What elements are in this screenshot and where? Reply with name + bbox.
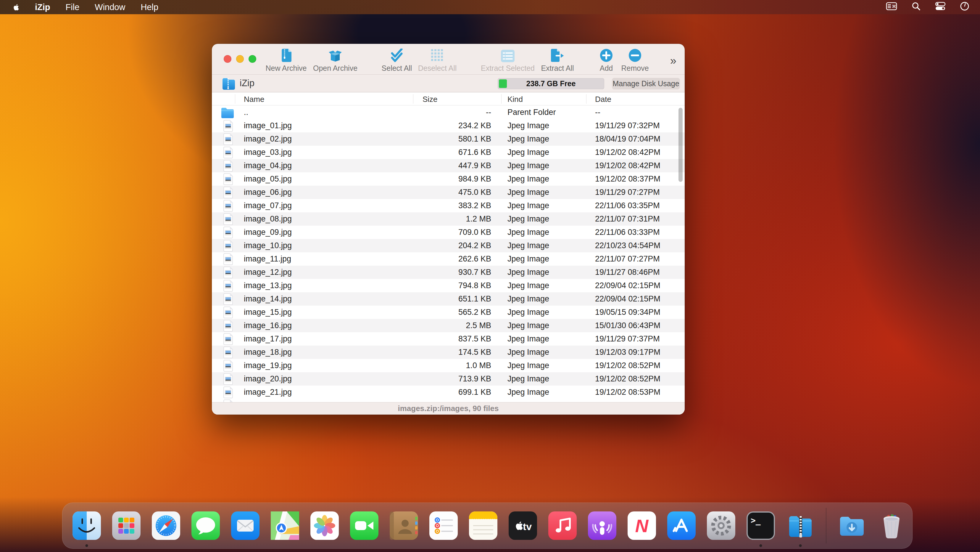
cell-kind: Jpeg Image bbox=[508, 146, 549, 159]
menu-app-name[interactable]: iZip bbox=[35, 2, 50, 12]
new-archive-button[interactable]: New Archive bbox=[262, 49, 310, 73]
cell-kind: Jpeg Image bbox=[508, 239, 549, 252]
column-header-size[interactable]: Size bbox=[423, 95, 438, 104]
toolbar-label: Remove bbox=[621, 64, 649, 73]
cell-name: image_17.jpg bbox=[244, 332, 292, 346]
dock-facetime-icon[interactable] bbox=[350, 511, 379, 540]
dock-contacts-icon[interactable] bbox=[390, 511, 418, 540]
clock-icon[interactable] bbox=[960, 2, 969, 13]
dock-maps-icon[interactable] bbox=[271, 511, 299, 540]
cell-date: -- bbox=[595, 106, 600, 119]
app-title: iZip bbox=[240, 78, 255, 89]
dock-trash-icon[interactable] bbox=[877, 511, 906, 540]
table-row[interactable]: image_13.jpg 794.8 KB Jpeg Image 22/09/0… bbox=[212, 279, 685, 292]
dock-system-settings-icon[interactable] bbox=[707, 511, 735, 540]
dock-mail-icon[interactable] bbox=[231, 511, 259, 540]
remove-button[interactable]: Remove bbox=[619, 49, 651, 73]
cell-date: 22/11/06 03:33PM bbox=[595, 226, 660, 239]
column-header-name[interactable]: Name bbox=[244, 95, 264, 104]
dock-finder-icon[interactable] bbox=[73, 511, 101, 540]
dock-music-icon[interactable] bbox=[548, 511, 577, 540]
jpeg-file-icon bbox=[223, 133, 233, 147]
table-row[interactable]: image_01.jpg 234.2 KB Jpeg Image 19/11/2… bbox=[212, 119, 685, 132]
table-row[interactable]: image_16.jpg 2.5 MB Jpeg Image 15/01/30 … bbox=[212, 319, 685, 332]
extract-selected-button[interactable]: Extract Selected bbox=[478, 49, 537, 73]
dock-izip-icon[interactable] bbox=[786, 511, 815, 540]
minimize-button[interactable] bbox=[236, 55, 244, 63]
svg-text:⌘: ⌘ bbox=[892, 4, 896, 9]
open-archive-button[interactable]: Open Archive bbox=[310, 49, 360, 73]
zip-file-icon bbox=[281, 49, 291, 62]
table-row[interactable]: image_11.jpg 262.6 KB Jpeg Image 22/11/0… bbox=[212, 252, 685, 266]
dock-launchpad-icon[interactable] bbox=[112, 511, 140, 540]
cell-name: image_09.jpg bbox=[244, 226, 292, 239]
cell-date: 19/12/02 08:37PM bbox=[595, 172, 660, 186]
toolbar-label: Add bbox=[600, 64, 613, 73]
dock-downloads-icon[interactable] bbox=[838, 511, 866, 540]
dock-notes-icon[interactable] bbox=[469, 511, 497, 540]
table-row[interactable]: image_05.jpg 984.9 KB Jpeg Image 19/12/0… bbox=[212, 172, 685, 186]
table-row-parent[interactable]: .. -- Parent Folder -- bbox=[212, 106, 685, 119]
jpeg-file-icon bbox=[223, 360, 233, 374]
cell-size: 794.8 KB bbox=[413, 279, 491, 292]
dock-safari-icon[interactable] bbox=[152, 511, 180, 540]
column-header-kind[interactable]: Kind bbox=[508, 95, 523, 104]
table-row[interactable]: image_10.jpg 204.2 KB Jpeg Image 22/10/2… bbox=[212, 239, 685, 252]
jpeg-file-icon bbox=[223, 187, 233, 201]
search-icon[interactable] bbox=[912, 2, 921, 13]
zoom-button[interactable] bbox=[248, 55, 256, 63]
cell-size: 930.7 KB bbox=[413, 266, 491, 279]
menu-help[interactable]: Help bbox=[140, 2, 158, 12]
file-table: Name Size Kind Date .. -- Parent Folder … bbox=[212, 93, 685, 402]
select-all-button[interactable]: Select All bbox=[377, 49, 416, 73]
table-row[interactable]: image_18.jpg 174.5 KB Jpeg Image 19/12/0… bbox=[212, 346, 685, 359]
double-check-icon bbox=[390, 49, 403, 62]
manage-disk-usage-button[interactable]: Manage Disk Usage bbox=[612, 78, 680, 89]
cell-date: 19/12/03 09:17PM bbox=[595, 346, 660, 359]
dock-messages-icon[interactable] bbox=[191, 511, 220, 540]
close-button[interactable] bbox=[224, 55, 231, 63]
table-row[interactable]: image_19.jpg 1.0 MB Jpeg Image 19/12/02 … bbox=[212, 359, 685, 372]
menu-file[interactable]: File bbox=[66, 2, 80, 12]
dock-podcasts-icon[interactable] bbox=[588, 511, 616, 540]
table-row[interactable]: image_20.jpg 713.9 KB Jpeg Image 19/12/0… bbox=[212, 372, 685, 386]
plus-circle-icon bbox=[600, 49, 613, 62]
table-row[interactable]: image_12.jpg 930.7 KB Jpeg Image 19/11/2… bbox=[212, 266, 685, 279]
table-row[interactable]: image_03.jpg 671.6 KB Jpeg Image 19/12/0… bbox=[212, 146, 685, 159]
keyboard-switcher-icon[interactable]: ⌘ bbox=[886, 2, 897, 13]
column-header-date[interactable]: Date bbox=[595, 95, 611, 104]
dock-apple-tv-icon[interactable]: tv bbox=[509, 511, 537, 540]
table-row[interactable]: image_04.jpg 447.9 KB Jpeg Image 19/12/0… bbox=[212, 159, 685, 172]
table-row[interactable]: image_02.jpg 580.1 KB Jpeg Image 18/04/1… bbox=[212, 132, 685, 146]
izip-app-icon bbox=[222, 77, 235, 91]
dock-app-store-icon[interactable] bbox=[667, 511, 696, 540]
apple-menu-icon[interactable] bbox=[12, 3, 19, 11]
table-row[interactable]: image_17.jpg 837.5 KB Jpeg Image 19/11/2… bbox=[212, 332, 685, 346]
dock-news-icon[interactable]: N bbox=[628, 511, 656, 540]
jpeg-file-icon bbox=[223, 240, 233, 254]
cell-name: image_20.jpg bbox=[244, 372, 292, 386]
cell-size: 837.5 KB bbox=[413, 332, 491, 346]
dock-reminders-icon[interactable] bbox=[430, 511, 458, 540]
scrollbar-thumb[interactable] bbox=[678, 108, 682, 182]
toolbar-overflow-button[interactable]: » bbox=[670, 54, 676, 67]
table-row[interactable]: image_09.jpg 709.0 KB Jpeg Image 22/11/0… bbox=[212, 226, 685, 239]
cell-date: 22/10/23 04:54PM bbox=[595, 239, 660, 252]
table-row[interactable]: image_06.jpg 475.0 KB Jpeg Image 19/11/2… bbox=[212, 186, 685, 199]
table-row[interactable]: image_07.jpg 383.2 KB Jpeg Image 22/11/0… bbox=[212, 199, 685, 212]
table-row[interactable]: image_21.jpg 699.1 KB Jpeg Image 19/12/0… bbox=[212, 386, 685, 399]
menu-window[interactable]: Window bbox=[95, 2, 125, 12]
deselect-all-button[interactable]: Deselect All bbox=[414, 49, 461, 73]
control-center-icon[interactable] bbox=[935, 2, 946, 13]
table-row[interactable]: image_14.jpg 651.1 KB Jpeg Image 22/09/0… bbox=[212, 292, 685, 306]
list-icon bbox=[501, 49, 515, 62]
jpeg-file-icon bbox=[223, 120, 233, 134]
dock-terminal-icon[interactable]: >_ bbox=[746, 511, 775, 540]
cell-size: 447.9 KB bbox=[413, 159, 491, 172]
add-button[interactable]: Add bbox=[595, 49, 618, 73]
extract-all-button[interactable]: Extract All bbox=[535, 49, 580, 73]
status-bar: images.zip:/images, 90 files bbox=[212, 402, 685, 415]
table-row[interactable]: image_08.jpg 1.2 MB Jpeg Image 22/11/07 … bbox=[212, 212, 685, 226]
table-row[interactable]: image_15.jpg 565.2 KB Jpeg Image 19/05/1… bbox=[212, 306, 685, 319]
dock-photos-icon[interactable] bbox=[310, 511, 339, 540]
